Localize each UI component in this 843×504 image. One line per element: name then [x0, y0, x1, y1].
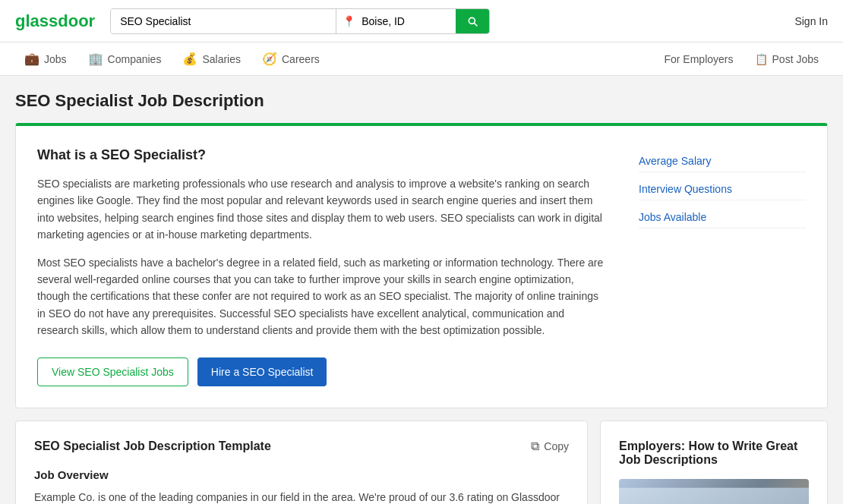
- copy-label: Copy: [544, 440, 569, 452]
- nav: 💼 Jobs 🏢 Companies 💰 Salaries 🧭 Careers …: [0, 43, 843, 76]
- briefcase-icon: 💼: [24, 52, 39, 66]
- bottom-row: SEO Specialist Job Description Template …: [15, 421, 828, 504]
- template-section-title: Job Overview: [34, 468, 569, 481]
- template-text: Example Co. is one of the leading compan…: [34, 489, 569, 504]
- header: glassdoor 📍 Sign In: [0, 0, 843, 43]
- nav-careers-label: Careers: [282, 53, 320, 65]
- search-input[interactable]: [111, 9, 336, 33]
- building-icon: 🏢: [88, 52, 103, 66]
- employer-image: [619, 479, 809, 504]
- search-bar: 📍: [110, 8, 490, 34]
- page-title: SEO Specialist Job Description: [15, 91, 828, 111]
- sidebar-links: Average Salary Interview Questions Jobs …: [639, 147, 806, 386]
- location-wrap: 📍: [336, 9, 456, 33]
- nav-jobs-label: Jobs: [44, 53, 67, 65]
- employer-illustration: [619, 479, 809, 504]
- main-content: What is a SEO Specialist? SEO specialist…: [37, 147, 608, 386]
- description-para2: Most SEO specialists have a bachelor's d…: [37, 254, 608, 339]
- location-icon: 📍: [343, 15, 355, 27]
- template-title: SEO Specialist Job Description Template: [34, 439, 271, 453]
- logo[interactable]: glassdoor: [15, 11, 95, 31]
- sidebar-average-salary[interactable]: Average Salary: [639, 150, 806, 172]
- search-button[interactable]: [456, 9, 489, 33]
- sign-in-link[interactable]: Sign In: [794, 15, 828, 27]
- nav-careers[interactable]: 🧭 Careers: [253, 43, 329, 76]
- nav-items: 💼 Jobs 🏢 Companies 💰 Salaries 🧭 Careers: [15, 43, 655, 76]
- hire-button[interactable]: Hire a SEO Specialist: [197, 358, 327, 386]
- page: SEO Specialist Job Description What is a…: [0, 76, 843, 504]
- template-header: SEO Specialist Job Description Template …: [34, 439, 569, 453]
- post-icon: 📋: [755, 53, 768, 65]
- location-input[interactable]: [358, 9, 450, 33]
- nav-companies-label: Companies: [108, 53, 162, 65]
- search-icon: [466, 15, 478, 27]
- btn-row: View SEO Specialist Jobs Hire a SEO Spec…: [37, 358, 608, 386]
- svg-rect-0: [619, 487, 809, 504]
- nav-salaries[interactable]: 💰 Salaries: [173, 43, 250, 76]
- nav-jobs[interactable]: 💼 Jobs: [15, 43, 76, 76]
- nav-salaries-label: Salaries: [202, 53, 241, 65]
- main-card: What is a SEO Specialist? SEO specialist…: [15, 123, 828, 408]
- money-icon: 💰: [182, 52, 197, 66]
- nav-right: For Employers 📋 Post Jobs: [655, 43, 828, 76]
- what-is-heading: What is a SEO Specialist?: [37, 147, 608, 163]
- sidebar-interview-questions[interactable]: Interview Questions: [639, 178, 806, 200]
- description-para1: SEO specialists are marketing profession…: [37, 175, 608, 244]
- nav-for-employers[interactable]: For Employers: [655, 43, 742, 76]
- sidebar-jobs-available[interactable]: Jobs Available: [639, 206, 806, 228]
- copy-button[interactable]: ⧉ Copy: [531, 439, 569, 453]
- copy-icon: ⧉: [531, 439, 539, 453]
- nav-companies[interactable]: 🏢 Companies: [79, 43, 171, 76]
- view-jobs-button[interactable]: View SEO Specialist Jobs: [37, 358, 188, 386]
- header-right: Sign In: [794, 15, 828, 27]
- employer-card: Employers: How to Write Great Job Descri…: [600, 421, 828, 504]
- nav-post-jobs[interactable]: 📋 Post Jobs: [746, 43, 828, 76]
- employer-card-title: Employers: How to Write Great Job Descri…: [619, 439, 809, 467]
- template-card: SEO Specialist Job Description Template …: [15, 421, 588, 504]
- compass-icon: 🧭: [262, 52, 277, 66]
